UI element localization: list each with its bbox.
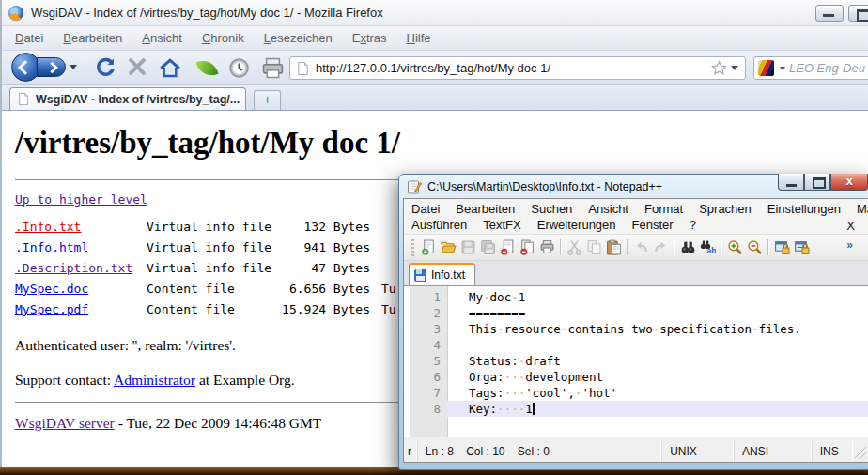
sync-horizontal-icon[interactable] <box>792 238 812 257</box>
new-tab-button[interactable]: + <box>254 90 281 110</box>
print-icon[interactable] <box>537 238 557 257</box>
undo-icon[interactable] <box>631 238 651 257</box>
sync-vertical-icon[interactable] <box>772 238 792 257</box>
find-icon[interactable] <box>678 238 698 257</box>
npp-menu-help[interactable]: ? <box>690 218 696 232</box>
print-button[interactable] <box>261 57 284 80</box>
up-to-higher-level-link[interactable]: Up to higher level <box>15 192 147 207</box>
close-all-icon[interactable] <box>518 238 537 257</box>
text-editor[interactable]: 1My·doc·12========3This·resource·contain… <box>404 286 868 437</box>
editor-line[interactable]: 3This·resource·contains·two·specificatio… <box>404 321 868 337</box>
npp-menu-textfx[interactable]: TextFX <box>483 218 520 232</box>
firefox-menu-chronik[interactable]: Chronik <box>202 31 244 45</box>
replace-icon[interactable]: ab <box>698 238 718 257</box>
search-placeholder[interactable]: LEO Eng-Deu <box>789 61 865 75</box>
file-size: 941 Bytes <box>276 240 370 254</box>
toolbar-separator <box>560 239 562 255</box>
home-button[interactable] <box>159 56 181 79</box>
tab-page-icon <box>17 92 30 106</box>
npp-menu-sprachen[interactable]: Sprachen <box>699 202 752 216</box>
administrator-link[interactable]: Administrator <box>114 372 195 388</box>
npp-menu-einstellungen[interactable]: Einstellungen <box>767 202 841 216</box>
editor-line[interactable]: 1My·doc·1 <box>404 289 868 305</box>
editor-line[interactable]: 4 <box>404 337 868 353</box>
bookmark-star-icon[interactable] <box>711 60 727 76</box>
file-link-info-html[interactable]: .Info.html <box>15 240 147 254</box>
line-number: 5 <box>410 353 447 369</box>
editor-line[interactable]: 2======== <box>404 305 868 321</box>
maximize-button[interactable] <box>848 5 868 22</box>
notepad-caption-buttons: x <box>778 174 868 191</box>
open-file-icon[interactable] <box>439 238 458 257</box>
new-file-icon[interactable] <box>419 238 439 257</box>
cut-icon[interactable] <box>565 238 584 257</box>
firefox-menu-ansicht[interactable]: Ansicht <box>142 31 182 45</box>
editor-line[interactable]: 5Status:·draft <box>404 353 868 369</box>
desktop: WsgiDAV - Index of /virtres/by_tag/hot/M… <box>0 0 868 475</box>
file-link-description-txt[interactable]: .Description.txt <box>15 261 147 275</box>
firefox-titlebar[interactable]: WsgiDAV - Index of /virtres/by_tag/hot/M… <box>2 0 868 26</box>
status-eol-format: UNIX <box>662 441 735 462</box>
search-engine-leo-icon[interactable] <box>758 60 774 76</box>
close-file-icon[interactable] <box>498 238 518 257</box>
copy-icon[interactable] <box>584 238 604 257</box>
leaf-extension-button[interactable] <box>196 57 219 80</box>
npp-tab-title: Info.txt <box>431 268 465 282</box>
npp-menu-suchen[interactable]: Suchen <box>531 202 572 216</box>
search-bar[interactable]: LEO Eng-Deu <box>753 56 868 80</box>
firefox-menu-extras[interactable]: Extras <box>352 31 387 45</box>
file-link-myspec-pdf[interactable]: MySpec.pdf <box>15 302 147 316</box>
npp-menu-ausf-hren[interactable]: Ausführen <box>411 218 467 232</box>
menu-close-button[interactable]: X <box>846 219 855 233</box>
tab-info-txt[interactable]: Info.txt <box>409 263 475 285</box>
npp-menu-ansicht[interactable]: Ansicht <box>588 202 628 216</box>
editor-line[interactable]: 8Key:····1 <box>404 401 868 417</box>
firefox-menu-bearbeiten[interactable]: Bearbeiten <box>63 31 122 45</box>
wsgidav-server-link[interactable]: WsgiDAV server <box>15 415 115 431</box>
stop-button[interactable] <box>127 56 149 79</box>
file-link-info-txt[interactable]: .Info.txt <box>15 220 147 234</box>
line-text: This·resource·contains·two·specification… <box>447 321 868 337</box>
search-engine-dropdown-icon[interactable] <box>780 67 785 70</box>
zoom-out-icon[interactable] <box>745 238 765 257</box>
file-link-myspec-doc[interactable]: MySpec.doc <box>15 282 147 296</box>
tab-title: WsgiDAV - Index of /virtres/by_tag/... <box>36 93 240 106</box>
minimize-button[interactable] <box>778 174 804 191</box>
paste-icon[interactable] <box>604 238 624 257</box>
resize-grip[interactable] <box>853 445 866 458</box>
file-date: Tu <box>370 302 396 316</box>
clock-extension-button[interactable] <box>228 57 251 80</box>
close-button[interactable]: x <box>830 174 868 191</box>
npp-menu-fenster[interactable]: Fenster <box>632 218 674 232</box>
toolbar-overflow-chevron[interactable]: » <box>846 238 853 252</box>
reload-button[interactable] <box>94 56 116 79</box>
file-date: Tu <box>370 282 396 296</box>
url-dropdown-icon[interactable] <box>731 66 738 70</box>
npp-menu-datei[interactable]: Datei <box>411 202 440 216</box>
minimize-button[interactable] <box>815 5 844 22</box>
url-text[interactable]: http://127.0.0.1/virtres/by_tag/hot/My d… <box>316 61 711 75</box>
tab-wsgidav[interactable]: WsgiDAV - Index of /virtres/by_tag/... <box>9 87 246 110</box>
editor-line[interactable]: 7Tags:···'cool',·'hot' <box>404 385 868 401</box>
firefox-menu-lesezeichen[interactable]: Lesezeichen <box>264 31 333 45</box>
npp-menu-erweiterungen[interactable]: Erweiterungen <box>537 218 616 232</box>
npp-menu-format[interactable]: Format <box>644 202 683 216</box>
file-size: 15.924 Bytes <box>276 302 370 316</box>
npp-menu-makro[interactable]: Makro <box>857 202 868 216</box>
npp-menu-bearbeiten[interactable]: Bearbeiten <box>456 202 515 216</box>
redo-icon[interactable] <box>651 238 671 257</box>
maximize-button[interactable] <box>804 174 830 191</box>
forward-button[interactable] <box>37 57 66 77</box>
history-dropdown-icon[interactable] <box>70 65 77 69</box>
save-icon[interactable] <box>458 238 478 257</box>
firefox-menu-datei[interactable]: Datei <box>15 31 43 45</box>
line-text: Tags:···'cool',·'hot' <box>447 385 868 401</box>
firefox-menu-hilfe[interactable]: Hilfe <box>407 31 431 45</box>
save-all-icon[interactable] <box>478 238 498 257</box>
support-suffix: at Example Org. <box>195 372 295 388</box>
url-bar[interactable]: http://127.0.0.1/virtres/by_tag/hot/My d… <box>289 56 746 80</box>
zoom-in-icon[interactable] <box>725 238 745 257</box>
editor-line[interactable]: 6Orga:···development <box>404 369 868 385</box>
line-number: 2 <box>410 305 447 321</box>
notepad-titlebar[interactable]: C:\Users\Martin\Desktop\Info.txt - Notep… <box>403 175 868 198</box>
